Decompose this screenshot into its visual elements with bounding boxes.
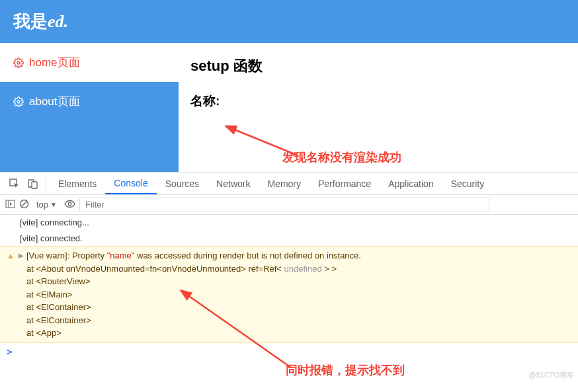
console-log-line: [vite] connecting... <box>0 215 578 231</box>
tab-console[interactable]: Console <box>105 173 156 194</box>
tab-application[interactable]: Application <box>380 173 442 194</box>
svg-point-8 <box>68 202 71 205</box>
header-title-part2: ed. <box>48 12 68 31</box>
filter-input[interactable] <box>79 198 489 212</box>
device-toggle-icon[interactable] <box>24 178 42 189</box>
stack-line: at <ElContainer> <box>7 301 571 314</box>
svg-rect-3 <box>32 182 37 188</box>
console-body: [vite] connecting... [vite] connected. ▲… <box>0 215 578 361</box>
context-label: top <box>36 200 48 210</box>
context-selector[interactable]: top ▼ <box>33 200 60 210</box>
tab-performance[interactable]: Performance <box>310 173 380 194</box>
console-toolbar: top ▼ <box>0 195 578 215</box>
tab-elements[interactable]: Elements <box>50 173 105 194</box>
tab-memory[interactable]: Memory <box>259 173 310 194</box>
sidebar-item-label: about页面 <box>29 94 80 109</box>
sidebar-item-label: home页面 <box>29 55 80 70</box>
expand-icon[interactable]: ▶ <box>19 251 24 260</box>
tab-network[interactable]: Network <box>208 173 259 194</box>
header-title-part1: 我是 <box>13 11 48 31</box>
inspect-icon[interactable] <box>5 178 24 189</box>
tab-sources[interactable]: Sources <box>157 173 208 194</box>
stack-line: at <About onVnodeUnmounted=fn<onVnodeUnm… <box>7 262 571 276</box>
tab-security[interactable]: Security <box>442 173 493 194</box>
sidebar: home页面 about页面 <box>0 43 179 172</box>
sidebar-item-home[interactable]: home页面 <box>0 43 179 82</box>
eye-icon[interactable] <box>64 198 75 212</box>
sidebar-toggle-icon[interactable] <box>5 199 15 211</box>
stack-line: at <App> <box>7 327 571 340</box>
devtools-tabs: Elements Console Sources Network Memory … <box>0 172 578 195</box>
svg-line-7 <box>21 201 27 207</box>
gear-icon <box>13 58 24 68</box>
warning-icon: ▲ <box>7 250 15 262</box>
sidebar-item-about[interactable]: about页面 <box>0 82 179 121</box>
chevron-down-icon: ▼ <box>50 201 57 208</box>
watermark: @51CTO博客 <box>529 370 574 380</box>
clear-console-icon[interactable] <box>19 199 29 211</box>
gear-icon <box>13 97 24 107</box>
console-prompt[interactable]: > <box>0 343 578 361</box>
stack-line: at <ElContainer> <box>7 314 571 327</box>
stack-line: at <RouterView> <box>7 275 571 288</box>
content-heading: setup 函数 <box>190 56 566 76</box>
warning-message: [Vue warn]: Property "name" was accessed… <box>7 249 571 262</box>
annotation-top: 发现名称没有渲染成功 <box>282 149 401 165</box>
app-header: 我是ed. <box>0 0 578 43</box>
console-warning: ▲ ▶ [Vue warn]: Property "name" was acce… <box>0 246 578 343</box>
console-log-line: [vite] connected. <box>0 231 578 247</box>
annotation-bottom: 同时报错，提示找不到 <box>286 362 405 378</box>
divider <box>46 178 46 190</box>
content-name-label: 名称: <box>190 93 566 110</box>
stack-line: at <ElMain> <box>7 288 571 301</box>
